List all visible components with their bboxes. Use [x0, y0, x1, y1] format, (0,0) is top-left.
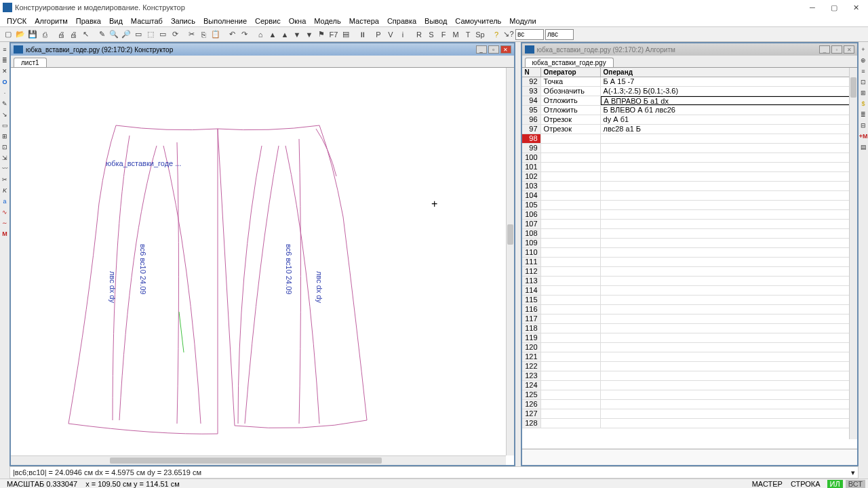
rt6-icon[interactable]: ⊟: [859, 121, 867, 130]
lt-o-icon[interactable]: O: [1, 77, 9, 87]
menu-модель[interactable]: Модель: [310, 17, 344, 25]
table-row[interactable]: 122: [522, 362, 857, 371]
table-row[interactable]: 114: [522, 286, 857, 296]
flag-icon[interactable]: ⚑: [316, 29, 327, 40]
rt2-icon[interactable]: ≡: [859, 66, 867, 76]
table-row[interactable]: 104: [522, 191, 857, 201]
menu-масштаб[interactable]: Масштаб: [127, 17, 167, 25]
table-row[interactable]: 115: [522, 296, 857, 305]
table-row[interactable]: 108: [522, 229, 857, 239]
lt2-icon[interactable]: ≣: [1, 56, 9, 65]
undo-icon[interactable]: ↶: [226, 29, 237, 40]
lt-m-icon[interactable]: М: [1, 229, 9, 239]
rt7-icon[interactable]: ▤: [859, 142, 867, 152]
lt-dot-icon[interactable]: ·: [1, 88, 9, 98]
param1-input[interactable]: [515, 29, 544, 40]
panel-min-button[interactable]: _: [819, 45, 830, 54]
cut-icon[interactable]: ✂: [186, 29, 197, 40]
canvas-hscroll[interactable]: [11, 455, 506, 465]
col-n[interactable]: N: [522, 68, 541, 77]
algorithm-tab[interactable]: юбка_вставки_годе.pgy: [525, 58, 614, 67]
drawing-canvas[interactable]: юбка_вставки_годе ... вс6 вс10 24.09 лвс…: [11, 68, 514, 465]
lt7-icon[interactable]: ⇲: [1, 153, 9, 163]
pause-icon[interactable]: ⏸: [357, 29, 368, 40]
t-button[interactable]: T: [462, 29, 473, 40]
lt6-icon[interactable]: ⊡: [1, 142, 9, 152]
redo-icon[interactable]: ↷: [239, 29, 250, 40]
table-row[interactable]: 99: [522, 144, 857, 153]
m-button[interactable]: M: [450, 29, 461, 40]
drawing-tab[interactable]: лист1: [14, 58, 47, 67]
save2-icon[interactable]: ⎙: [39, 29, 50, 40]
table-row[interactable]: 124: [522, 381, 857, 390]
table-row[interactable]: 123: [522, 371, 857, 381]
table-row[interactable]: 128: [522, 419, 857, 428]
col-operand[interactable]: Операнд: [601, 68, 857, 77]
menu-самоучитель[interactable]: Самоучитель: [451, 17, 505, 25]
r-button[interactable]: R: [414, 29, 425, 40]
menu-правка[interactable]: Правка: [72, 17, 105, 25]
lt-k-icon[interactable]: K: [1, 186, 9, 195]
rt4-icon[interactable]: ⊞: [859, 88, 867, 98]
rt1-icon[interactable]: ⊕: [859, 56, 867, 65]
new-icon[interactable]: ▢: [3, 29, 14, 40]
tri-down-icon[interactable]: ▼: [292, 29, 302, 40]
rt3-icon[interactable]: ⊡: [859, 77, 867, 87]
save-icon[interactable]: 💾: [27, 29, 38, 40]
s-button[interactable]: S: [426, 29, 437, 40]
paste-icon[interactable]: 📋: [210, 29, 221, 40]
close-button[interactable]: ✕: [846, 2, 865, 13]
zoom-fit-icon[interactable]: ⬚: [145, 29, 156, 40]
table-row[interactable]: 116: [522, 305, 857, 314]
menu-выполнение[interactable]: Выполнение: [199, 17, 251, 25]
table-row[interactable]: 94ОтложитьА ВПРАВО Б а1 dx: [522, 96, 857, 106]
table-row[interactable]: 100: [522, 153, 857, 163]
lt-rect-icon[interactable]: ▭: [1, 121, 9, 130]
lt8-icon[interactable]: 〰: [1, 164, 9, 174]
f-button[interactable]: F: [438, 29, 449, 40]
copy-icon[interactable]: ⎘: [198, 29, 209, 40]
table-row[interactable]: 110: [522, 248, 857, 258]
table-row[interactable]: 112: [522, 267, 857, 277]
table-row[interactable]: 97Отрезоклвс28 а1 Б: [522, 125, 857, 134]
rt-m-icon[interactable]: +М: [859, 131, 867, 141]
grid-vscroll[interactable]: [849, 68, 857, 439]
print2-icon[interactable]: 🖨: [68, 29, 79, 40]
panel-min-button[interactable]: _: [476, 45, 487, 54]
panel-close-button[interactable]: ✕: [500, 45, 511, 54]
menu-модули[interactable]: Модули: [505, 17, 540, 25]
menu-запись[interactable]: Запись: [167, 17, 199, 25]
doc-icon[interactable]: ▤: [340, 29, 351, 40]
table-row[interactable]: 111: [522, 258, 857, 267]
lt-wave-icon[interactable]: ∿: [1, 207, 9, 217]
lt-a-icon[interactable]: a: [1, 197, 9, 206]
zoom-out-icon[interactable]: 🔎: [121, 29, 132, 40]
help-icon[interactable]: ?: [491, 29, 502, 40]
table-row[interactable]: 107: [522, 220, 857, 229]
whatsthis-icon[interactable]: ↘?: [503, 29, 514, 40]
menu-вывод[interactable]: Вывод: [420, 17, 451, 25]
lt3-icon[interactable]: ✕: [1, 66, 9, 76]
panel-max-button[interactable]: ▫: [831, 45, 842, 54]
table-row[interactable]: 127: [522, 409, 857, 419]
maximize-button[interactable]: ▢: [825, 2, 844, 13]
table-row[interactable]: 117: [522, 314, 857, 324]
lt-pen-icon[interactable]: ✎: [1, 99, 9, 108]
menu-алгоритм[interactable]: Алгоритм: [31, 17, 72, 25]
info-dropdown-icon[interactable]: ▾: [851, 468, 855, 477]
menu-вид[interactable]: Вид: [105, 17, 127, 25]
table-row[interactable]: 96Отрезокdy А б1: [522, 115, 857, 125]
p-button[interactable]: P: [373, 29, 384, 40]
table-row[interactable]: 95ОтложитьБ ВЛЕВО А б1 лвс26: [522, 106, 857, 115]
lt-arrow-icon[interactable]: ↘: [1, 110, 9, 119]
select-rect-icon[interactable]: ▭: [157, 29, 168, 40]
panel-max-button[interactable]: ▫: [488, 45, 499, 54]
refresh-icon[interactable]: ⟳: [170, 29, 180, 40]
zoom-in-icon[interactable]: 🔍: [108, 29, 119, 40]
rt-plus-icon[interactable]: +: [859, 45, 867, 54]
cursor-icon[interactable]: ↖: [80, 29, 91, 40]
panel-close-button[interactable]: ✕: [844, 45, 854, 54]
lt9-icon[interactable]: ✂: [1, 175, 9, 184]
open-icon[interactable]: 📂: [15, 29, 26, 40]
menu-сервис[interactable]: Сервис: [251, 17, 285, 25]
